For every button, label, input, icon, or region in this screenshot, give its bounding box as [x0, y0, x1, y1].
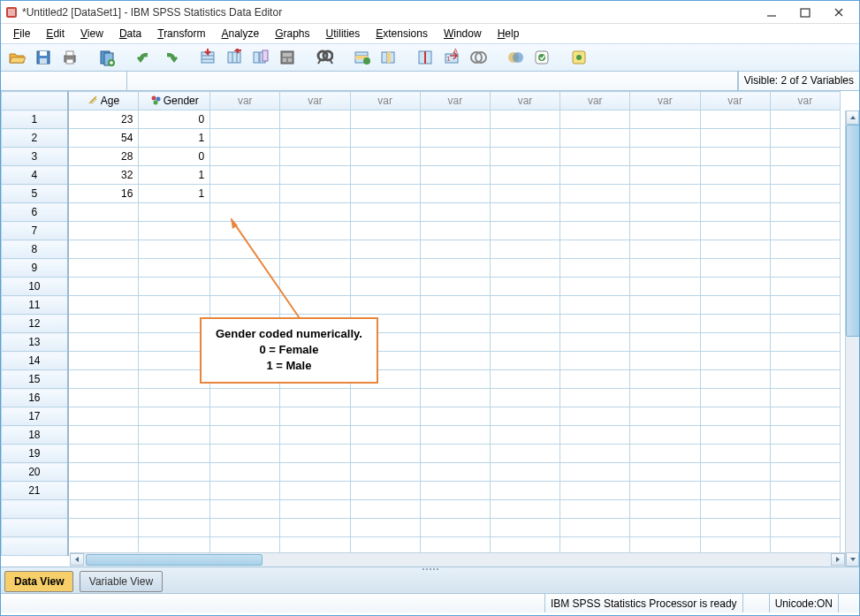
empty-cell[interactable] [560, 185, 630, 203]
goto-case-button[interactable] [195, 46, 220, 69]
empty-cell[interactable] [139, 278, 210, 296]
empty-cell[interactable] [490, 278, 559, 296]
empty-cell[interactable] [139, 445, 210, 463]
menu-graphs[interactable]: Graphs [268, 26, 316, 42]
empty-cell[interactable] [350, 500, 420, 519]
goto-var-button[interactable] [222, 46, 247, 69]
empty-cell[interactable] [630, 240, 700, 259]
empty-cell[interactable] [210, 389, 280, 407]
empty-cell[interactable] [139, 240, 210, 259]
empty-column-header[interactable]: var [350, 92, 420, 110]
empty-cell[interactable] [770, 222, 840, 240]
empty-cell[interactable] [700, 185, 770, 203]
tab-data-view[interactable]: Data View [4, 571, 73, 592]
empty-cell[interactable] [770, 389, 840, 407]
empty-cell[interactable] [490, 166, 559, 185]
empty-cell[interactable] [770, 519, 840, 537]
empty-cell[interactable] [210, 110, 280, 129]
empty-cell[interactable] [490, 333, 559, 352]
empty-cell[interactable] [630, 426, 700, 445]
empty-cell[interactable] [560, 222, 630, 240]
empty-cell[interactable] [420, 333, 490, 352]
empty-cell[interactable] [280, 500, 350, 519]
empty-cell[interactable] [700, 240, 770, 259]
empty-cell[interactable] [280, 148, 350, 166]
empty-cell[interactable] [350, 259, 420, 278]
empty-cell[interactable] [420, 445, 490, 463]
empty-cell[interactable] [68, 407, 139, 426]
empty-cell[interactable] [770, 482, 840, 500]
horizontal-scrollbar[interactable] [70, 552, 845, 567]
empty-cell[interactable] [68, 259, 139, 278]
empty-cell[interactable] [68, 222, 139, 240]
empty-cell[interactable] [560, 278, 630, 296]
row-header[interactable]: 17 [2, 407, 68, 426]
empty-cell[interactable] [210, 426, 280, 445]
empty-cell[interactable] [770, 148, 840, 166]
empty-cell[interactable] [560, 519, 630, 537]
empty-cell[interactable] [420, 240, 490, 259]
empty-cell[interactable] [770, 185, 840, 203]
empty-cell[interactable] [630, 185, 700, 203]
empty-cell[interactable] [210, 259, 280, 278]
empty-cell[interactable] [420, 407, 490, 426]
select-button[interactable] [466, 46, 491, 69]
scroll-up-button[interactable] [846, 110, 859, 125]
empty-cell[interactable] [420, 222, 490, 240]
empty-cell[interactable] [420, 203, 490, 222]
data-cell[interactable]: 16 [68, 185, 139, 203]
scroll-right-button[interactable] [831, 553, 845, 566]
empty-cell[interactable] [770, 370, 840, 389]
row-header[interactable]: 15 [2, 370, 68, 389]
empty-cell[interactable] [210, 148, 280, 166]
empty-cell[interactable] [560, 482, 630, 500]
run-stats-button[interactable] [275, 46, 300, 69]
empty-cell[interactable] [350, 185, 420, 203]
empty-cell[interactable] [420, 278, 490, 296]
empty-cell[interactable] [139, 222, 210, 240]
row-header[interactable] [2, 537, 68, 556]
empty-cell[interactable] [630, 333, 700, 352]
empty-cell[interactable] [420, 519, 490, 537]
variables-button[interactable] [248, 46, 273, 69]
empty-cell[interactable] [350, 445, 420, 463]
empty-cell[interactable] [420, 148, 490, 166]
empty-cell[interactable] [139, 259, 210, 278]
empty-cell[interactable] [210, 519, 280, 537]
empty-cell[interactable] [490, 407, 559, 426]
row-header[interactable]: 7 [2, 222, 68, 240]
empty-cell[interactable] [210, 445, 280, 463]
empty-cell[interactable] [700, 426, 770, 445]
empty-cell[interactable] [630, 407, 700, 426]
print-button[interactable] [57, 46, 82, 69]
empty-cell[interactable] [350, 519, 420, 537]
empty-cell[interactable] [490, 463, 559, 482]
empty-cell[interactable] [68, 426, 139, 445]
empty-cell[interactable] [420, 185, 490, 203]
empty-cell[interactable] [68, 463, 139, 482]
empty-cell[interactable] [560, 203, 630, 222]
data-cell[interactable]: 28 [68, 148, 139, 166]
row-header[interactable]: 20 [2, 463, 68, 482]
row-header[interactable]: 3 [2, 148, 68, 166]
empty-cell[interactable] [700, 129, 770, 148]
vscroll-thumb[interactable] [846, 125, 859, 337]
empty-cell[interactable] [630, 482, 700, 500]
empty-cell[interactable] [420, 110, 490, 129]
empty-cell[interactable] [490, 259, 559, 278]
redo-button[interactable] [158, 46, 183, 69]
empty-cell[interactable] [280, 389, 350, 407]
row-header[interactable]: 21 [2, 482, 68, 500]
empty-cell[interactable] [630, 259, 700, 278]
empty-cell[interactable] [630, 203, 700, 222]
insert-case-button[interactable] [349, 46, 374, 69]
empty-cell[interactable] [560, 389, 630, 407]
empty-cell[interactable] [139, 500, 210, 519]
empty-cell[interactable] [700, 482, 770, 500]
column-header-gender[interactable]: Gender [139, 92, 210, 110]
empty-cell[interactable] [490, 240, 559, 259]
empty-cell[interactable] [490, 222, 559, 240]
empty-cell[interactable] [350, 278, 420, 296]
empty-cell[interactable] [210, 407, 280, 426]
empty-cell[interactable] [700, 370, 770, 389]
